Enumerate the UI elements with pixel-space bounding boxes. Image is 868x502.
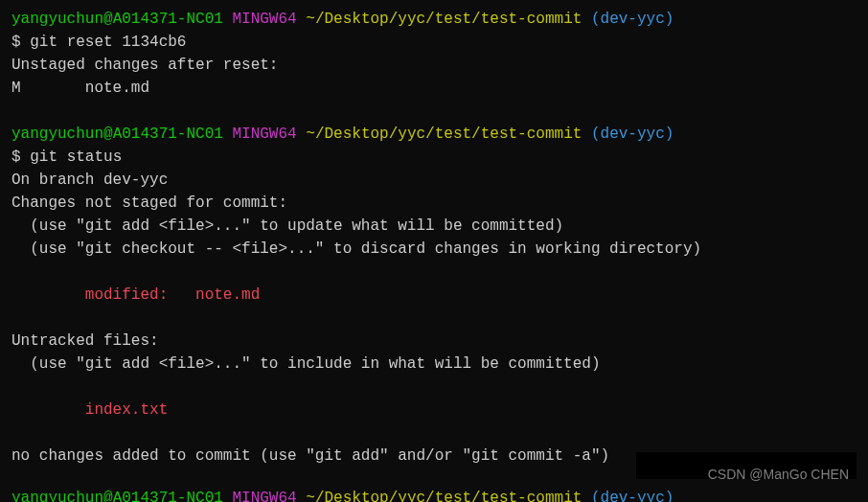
watermark-text: CSDN @ManGo CHEN: [708, 465, 849, 485]
modified-file: modified: note.md: [11, 284, 857, 307]
blank-line: [11, 376, 857, 399]
file-status: M note.md: [11, 77, 857, 100]
user-host: yangyuchun@A014371-NC01: [11, 11, 223, 28]
output-text: (use "git add <file>..." to update what …: [11, 215, 857, 238]
cutoff-prompt: yangyuchun@A014371-NC01 MINGW64 ~/Deskto…: [0, 489, 868, 502]
command-line: $ git status: [11, 146, 857, 169]
output-text: On branch dev-yyc: [11, 169, 857, 192]
git-branch: (dev-yyc): [591, 11, 674, 28]
blank-line: [11, 422, 857, 445]
untracked-file: index.txt: [11, 399, 857, 422]
command-line: $ git reset 1134cb6: [11, 31, 857, 54]
shell-name: MINGW64: [232, 490, 296, 502]
blank-line: [11, 261, 857, 284]
user-host: yangyuchun@A014371-NC01: [11, 126, 223, 143]
working-path: ~/Desktop/yyc/test/test-commit: [306, 11, 582, 28]
terminal-output[interactable]: yangyuchun@A014371-NC01 MINGW64 ~/Deskto…: [11, 8, 857, 491]
output-text: (use "git checkout -- <file>..." to disc…: [11, 238, 857, 261]
output-text: Changes not staged for commit:: [11, 192, 857, 215]
output-text: (use "git add <file>..." to include in w…: [11, 353, 857, 376]
working-path: ~/Desktop/yyc/test/test-commit: [306, 490, 582, 502]
prompt-line: yangyuchun@A014371-NC01 MINGW64 ~/Deskto…: [11, 123, 857, 146]
shell-name: MINGW64: [232, 126, 296, 143]
output-text: Unstaged changes after reset:: [11, 54, 857, 77]
user-host: yangyuchun@A014371-NC01: [11, 490, 223, 502]
git-branch: (dev-yyc): [591, 126, 674, 143]
git-branch: (dev-yyc): [591, 490, 674, 502]
prompt-line: yangyuchun@A014371-NC01 MINGW64 ~/Deskto…: [11, 8, 857, 31]
blank-line: [11, 100, 857, 123]
prompt-line: yangyuchun@A014371-NC01 MINGW64 ~/Deskto…: [11, 489, 868, 502]
shell-name: MINGW64: [232, 11, 296, 28]
working-path: ~/Desktop/yyc/test/test-commit: [306, 126, 582, 143]
blank-line: [11, 307, 857, 330]
output-text: Untracked files:: [11, 330, 857, 353]
